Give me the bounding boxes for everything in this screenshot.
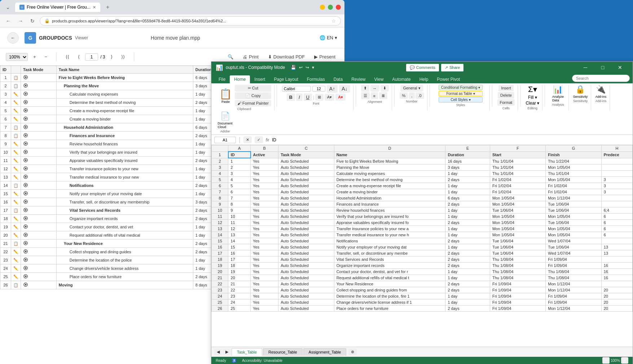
cell-A24[interactable]: 23	[228, 293, 251, 299]
cell-C16[interactable]: Auto Scheduled	[278, 244, 334, 250]
cell-C12[interactable]: Auto Scheduled	[278, 220, 334, 226]
cell-G24[interactable]: Fri 1/09/04	[546, 293, 601, 299]
cell-G6[interactable]: Fri 1/02/04	[546, 183, 601, 189]
tab-formulas[interactable]: Formulas	[303, 75, 329, 83]
cell-H1[interactable]: Predece	[601, 152, 632, 158]
cell-F1[interactable]: Start	[490, 152, 545, 158]
sigma-icon[interactable]: Σ▾	[528, 85, 537, 94]
cell-G8[interactable]: Mon 1/12/04	[546, 195, 601, 201]
excel-minimize-btn[interactable]: ─	[577, 62, 594, 73]
cell-B8[interactable]: Yes	[251, 195, 278, 201]
underline-btn[interactable]: U	[304, 93, 312, 101]
cell-F2[interactable]: Thu 1/01/04	[490, 158, 545, 165]
format-painter-btn[interactable]: 🖌 Format Painter	[235, 100, 271, 106]
cell-D23[interactable]: Collect shopping and dining guides from	[334, 287, 445, 293]
cell-B1[interactable]: Active	[251, 152, 278, 158]
cell-C9[interactable]: Auto Scheduled	[278, 201, 334, 207]
cell-D21[interactable]: Request additional refills of vital medi…	[334, 275, 445, 281]
zoom-select[interactable]: 100% 75% 150%	[6, 53, 28, 61]
cell-H22[interactable]	[601, 281, 632, 287]
cell-F20[interactable]: Thu 1/08/04	[490, 269, 545, 275]
cell-A15[interactable]: 14	[228, 238, 251, 244]
cell-G13[interactable]: Mon 1/05/04	[546, 226, 601, 232]
tab-data[interactable]: Data	[329, 75, 347, 83]
cell-F23[interactable]: Fri 1/09/04	[490, 287, 545, 293]
cell-H4[interactable]	[601, 171, 632, 177]
download-pdf-btn[interactable]: ⬇ Download PDF	[265, 52, 308, 61]
search-btn[interactable]: 🔍	[224, 52, 237, 61]
cell-G26[interactable]: Mon 1/12/04	[546, 306, 601, 312]
cell-H24[interactable]: 20	[601, 293, 632, 299]
tab-home[interactable]: Home	[230, 75, 250, 83]
back-btn[interactable]: ←	[4, 17, 13, 25]
cell-H6[interactable]: 3	[601, 183, 632, 189]
cell-F14[interactable]: Mon 1/05/04	[490, 232, 545, 238]
cell-C8[interactable]: Auto Scheduled	[278, 195, 334, 201]
cell-A12[interactable]: 11	[228, 220, 251, 226]
cell-H8[interactable]	[601, 195, 632, 201]
cell-E3[interactable]: 3 days	[445, 165, 490, 171]
cell-D1[interactable]: Name	[334, 152, 445, 158]
cell-H18[interactable]	[601, 256, 632, 263]
cell-E22[interactable]: 2 days	[445, 281, 490, 287]
maximize-btn[interactable]	[328, 5, 333, 10]
cell-H15[interactable]	[601, 238, 632, 244]
cell-A8[interactable]: 7	[228, 195, 251, 201]
comments-btn[interactable]: 💬 Comments	[406, 63, 439, 72]
bookmark-btn[interactable]: ☆	[331, 18, 336, 24]
italic-btn[interactable]: I	[296, 93, 303, 101]
cell-C1[interactable]: Task Mode	[278, 152, 334, 158]
percent-btn[interactable]: %	[400, 92, 408, 99]
cell-D13[interactable]: Transfer insurance policies to your new …	[334, 226, 445, 232]
cell-B2[interactable]: Yes	[251, 158, 278, 165]
cell-E23[interactable]: 2 days	[445, 287, 490, 293]
zoom-out-btn[interactable]: −	[41, 52, 51, 61]
cell-E2[interactable]: 16 days	[445, 158, 490, 165]
cancel-formula-btn[interactable]: ✕	[243, 136, 252, 143]
cell-D8[interactable]: Household Administration	[334, 195, 445, 201]
format-as-table-btn[interactable]: Format as Table ▾	[439, 91, 483, 96]
scroll-sheets-left[interactable]: ◀	[214, 348, 222, 355]
cell-G2[interactable]: Thu 1/22/04	[546, 158, 601, 165]
cell-B12[interactable]: Yes	[251, 220, 278, 226]
tab-file[interactable]: File	[214, 75, 230, 83]
cell-D7[interactable]: Create a moving binder	[334, 189, 445, 195]
cell-E8[interactable]: 6 days	[445, 195, 490, 201]
cell-E16[interactable]: 1 day	[445, 244, 490, 250]
cell-E13[interactable]: 1 day	[445, 226, 490, 232]
cell-G1[interactable]: Finish	[546, 152, 601, 158]
cell-D25[interactable]: Change drivers/vehicle license address i…	[334, 299, 445, 306]
col-header-E[interactable]: E	[445, 145, 490, 152]
cell-E19[interactable]: 2 days	[445, 263, 490, 269]
cell-B10[interactable]: Yes	[251, 207, 278, 214]
page-next-btn[interactable]: ⟩	[107, 52, 116, 61]
new-tab-btn[interactable]: +	[103, 3, 112, 12]
cell-E25[interactable]: 1 day	[445, 299, 490, 306]
cell-E9[interactable]: 2 days	[445, 201, 490, 207]
cell-G7[interactable]: Fri 1/02/04	[546, 189, 601, 195]
cell-A25[interactable]: 24	[228, 299, 251, 306]
cell-H17[interactable]: 13	[601, 250, 632, 256]
cell-A22[interactable]: 21	[228, 281, 251, 287]
cell-A20[interactable]: 19	[228, 269, 251, 275]
cell-B24[interactable]: Yes	[251, 293, 278, 299]
cell-D22[interactable]: Your New Residence	[334, 281, 445, 287]
dec-inc-btn[interactable]: .0	[416, 92, 424, 99]
customize-icon[interactable]: ▾	[312, 65, 314, 70]
cell-B18[interactable]: Yes	[251, 256, 278, 263]
cell-B20[interactable]: Yes	[251, 269, 278, 275]
cell-E24[interactable]: 1 day	[445, 293, 490, 299]
cell-E11[interactable]: 1 day	[445, 214, 490, 220]
ribbon-search[interactable]	[572, 75, 630, 82]
cell-F3[interactable]: Thu 1/01/04	[490, 165, 545, 171]
cell-E1[interactable]: Duration	[445, 152, 490, 158]
cell-E10[interactable]: 1 day	[445, 207, 490, 214]
cell-C24[interactable]: Auto Scheduled	[278, 293, 334, 299]
delete-cells-btn[interactable]: Delete	[498, 92, 514, 98]
cell-C17[interactable]: Auto Scheduled	[278, 250, 334, 256]
cell-C3[interactable]: Auto Scheduled	[278, 165, 334, 171]
cell-C23[interactable]: Auto Scheduled	[278, 287, 334, 293]
cell-B26[interactable]: Yes	[251, 306, 278, 312]
font-grow-btn[interactable]: A↑	[327, 85, 338, 93]
cell-reference-input[interactable]	[214, 137, 236, 143]
